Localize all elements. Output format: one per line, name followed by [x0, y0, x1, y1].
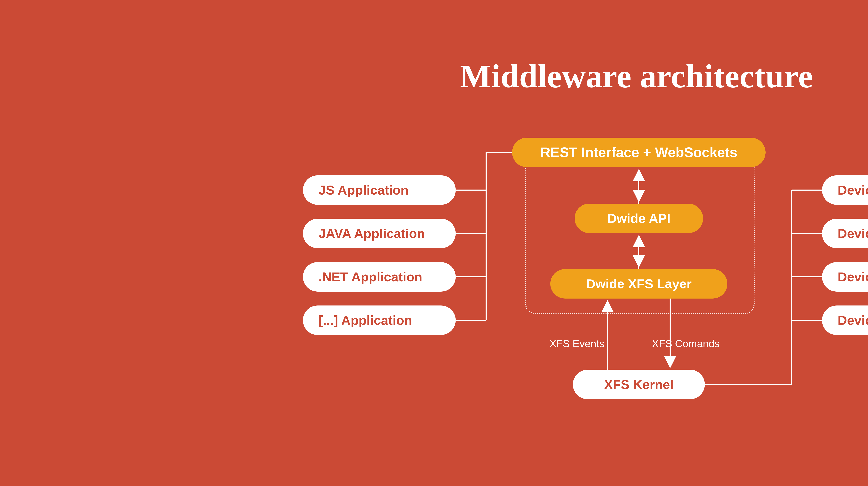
right-device-0: Device A: [822, 175, 868, 205]
dwide-xfs-layer-box: Dwide XFS Layer: [550, 269, 727, 298]
xfs-events-label: XFS Events: [550, 337, 604, 350]
diagram-title: Middleware architecture: [460, 57, 813, 95]
right-device-1: Device B: [822, 219, 868, 248]
left-app-0: JS Application: [303, 175, 456, 205]
left-app-2: .NET Application: [303, 262, 456, 292]
right-device-3: Device [...]: [822, 305, 868, 335]
xfs-commands-label: XFS Comands: [652, 337, 720, 350]
rest-interface-box: REST Interface + WebSockets: [512, 138, 766, 167]
right-device-2: Device C: [822, 262, 868, 292]
left-app-1: JAVA Application: [303, 219, 456, 248]
xfs-kernel-box: XFS Kernel: [573, 370, 705, 399]
dwide-api-box: Dwide API: [575, 204, 703, 233]
left-app-3: [...] Application: [303, 305, 456, 335]
